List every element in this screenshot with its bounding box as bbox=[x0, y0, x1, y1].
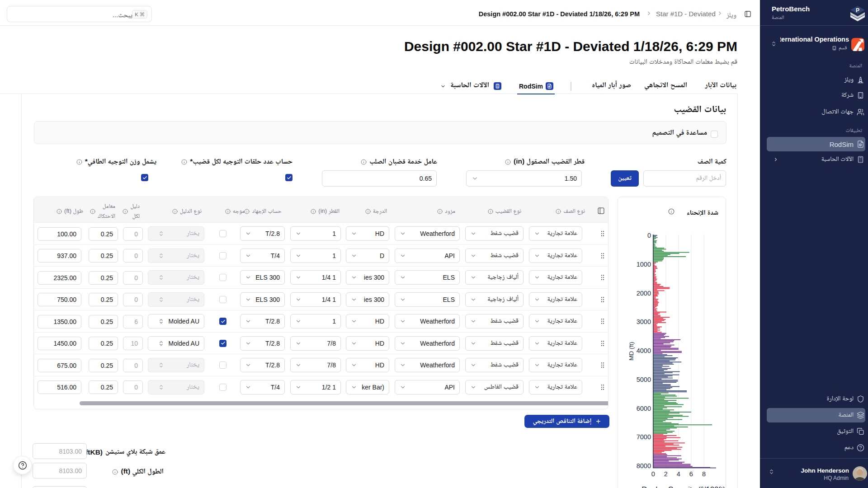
svg-text:Dogleg Severity (°/100ft): Dogleg Severity (°/100ft) bbox=[642, 485, 725, 488]
svg-text:7000: 7000 bbox=[637, 433, 651, 441]
svg-text:0: 0 bbox=[651, 470, 655, 478]
svg-text:0: 0 bbox=[647, 232, 651, 239]
svg-text:3000: 3000 bbox=[637, 318, 651, 325]
svg-text:6000: 6000 bbox=[637, 405, 651, 412]
svg-text:2: 2 bbox=[664, 470, 668, 478]
svg-text:MD (ft): MD (ft) bbox=[628, 342, 635, 360]
svg-text:P: P bbox=[856, 7, 859, 14]
svg-text:4: 4 bbox=[677, 470, 680, 478]
svg-text:6: 6 bbox=[689, 470, 693, 478]
svg-text:2000: 2000 bbox=[637, 290, 651, 297]
svg-text:8000: 8000 bbox=[637, 462, 651, 469]
svg-text:4000: 4000 bbox=[637, 347, 651, 354]
svg-text:1000: 1000 bbox=[637, 261, 651, 268]
svg-text:8: 8 bbox=[702, 470, 706, 478]
svg-text:5000: 5000 bbox=[637, 376, 651, 383]
